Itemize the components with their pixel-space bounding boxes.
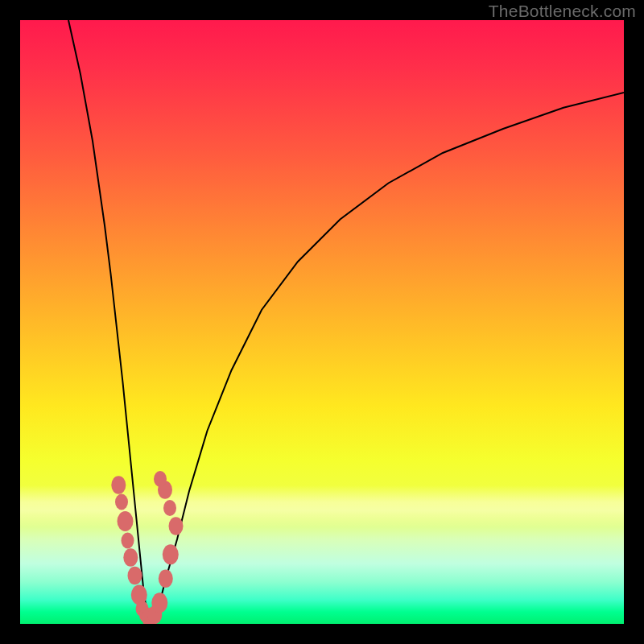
curve-right xyxy=(153,93,624,621)
watermark-text: TheBottleneck.com xyxy=(489,2,636,21)
data-marker xyxy=(128,567,142,585)
data-marker xyxy=(122,533,134,549)
chart-overlay xyxy=(20,20,624,624)
marker-group xyxy=(111,471,183,624)
curve-left xyxy=(68,20,150,621)
data-marker xyxy=(123,548,138,567)
chart-frame: TheBottleneck.com xyxy=(0,0,644,644)
data-marker xyxy=(163,544,179,564)
data-marker xyxy=(118,511,134,531)
data-marker xyxy=(159,570,173,588)
data-marker xyxy=(111,476,126,494)
data-marker xyxy=(154,471,167,487)
data-marker xyxy=(151,592,167,613)
data-marker xyxy=(169,517,184,535)
data-marker xyxy=(163,500,176,516)
data-marker xyxy=(115,494,128,510)
plot-area xyxy=(20,20,624,624)
